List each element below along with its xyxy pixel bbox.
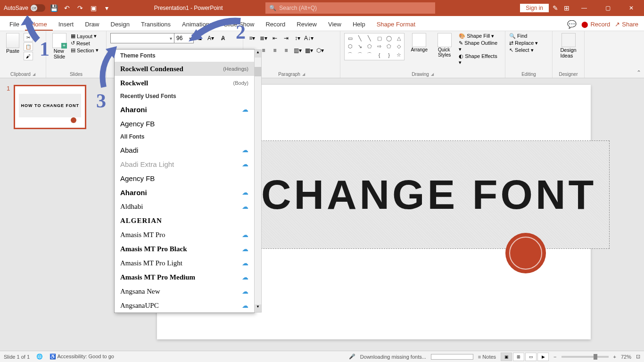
font-item-agency-fb-recent[interactable]: Agency FB [115, 116, 254, 131]
search-box[interactable]: 🔍 [265, 2, 435, 14]
redo-icon[interactable]: ↷ [75, 3, 85, 13]
paste-button[interactable]: Paste [4, 33, 22, 60]
size-dropdown-arrow-icon[interactable]: ▾ [189, 36, 191, 41]
shapes-gallery[interactable]: ▭╲╲▢◯△ ⬡↘⬠⇨⬠◇ ⌒⌒⌒{}☆ [344, 33, 405, 60]
tab-view[interactable]: View [322, 18, 347, 31]
align-text-button[interactable]: ▦▾ [304, 45, 314, 56]
font-item-agency-fb[interactable]: Agency FB [115, 171, 254, 185]
record-button[interactable]: ⬤Record [581, 21, 610, 28]
font-item-abadi-extra-light[interactable]: Abadi Extra Light☁ [115, 157, 254, 171]
font-item-amasis-light[interactable]: Amasis MT Pro Light☁ [115, 256, 254, 270]
tab-draw[interactable]: Draw [79, 18, 105, 31]
collapse-ribbon-icon[interactable]: ⌃ [636, 69, 641, 76]
shape-outline-button[interactable]: ✎ Shape Outline ▾ [459, 40, 501, 52]
justify-button[interactable]: ≡ [281, 45, 291, 56]
comments-icon[interactable]: 💬 [567, 20, 577, 29]
numbering-button[interactable]: ≣▾ [258, 33, 269, 43]
tab-insert[interactable]: Insert [53, 18, 80, 31]
decrease-indent-button[interactable]: ⇤ [270, 33, 280, 43]
tab-review[interactable]: Review [291, 18, 322, 31]
font-item-algerian[interactable]: ALGERIAN [115, 214, 254, 228]
clipboard-launcher-icon[interactable]: ◢ [33, 72, 35, 76]
minimize-button[interactable]: — [573, 0, 595, 16]
increase-font-button[interactable]: A▴ [193, 33, 204, 43]
dropdown-scrollbar[interactable]: ▲ ▼ [254, 49, 262, 313]
tab-file[interactable]: File [4, 18, 25, 31]
zoom-slider[interactable] [561, 356, 609, 358]
replace-button[interactable]: ⇄ Replace ▾ [509, 40, 548, 46]
text-direction-button[interactable]: A↓▾ [304, 33, 314, 43]
font-item-rockwell-condensed[interactable]: Rockwell Condensed (Headings) [115, 62, 254, 76]
columns-button[interactable]: ▥▾ [292, 45, 303, 56]
tab-design[interactable]: Design [105, 18, 135, 31]
font-item-angsana-new[interactable]: Angsana New☁ [115, 284, 254, 298]
font-item-rockwell[interactable]: Rockwell (Body) [115, 76, 254, 90]
shape-effects-button[interactable]: ◐ Shape Effects ▾ [459, 53, 501, 66]
arrange-button[interactable]: Arrange [408, 33, 429, 52]
reset-button[interactable]: ↺ Reset [71, 40, 99, 46]
tab-help[interactable]: Help [347, 18, 371, 31]
zoom-out-button[interactable]: − [553, 354, 556, 360]
language-icon[interactable]: 🌐 [36, 354, 43, 360]
scroll-up-icon[interactable]: ▲ [255, 50, 261, 58]
design-ideas-button[interactable]: Design Ideas [556, 33, 580, 58]
reading-view-button[interactable]: ▭ [525, 353, 537, 361]
sorter-view-button[interactable]: ⊞ [513, 353, 524, 361]
font-item-amasis-black[interactable]: Amasis MT Pro Black☁ [115, 242, 254, 256]
font-item-amasis-medium[interactable]: Amasis MT Pro Medium☁ [115, 270, 254, 284]
zoom-in-button[interactable]: + [613, 354, 616, 360]
seal-shape[interactable] [505, 233, 546, 273]
dictate-icon[interactable]: 🎤 [349, 354, 355, 360]
maximize-button[interactable]: ▢ [597, 0, 619, 16]
font-item-aharoni-recent[interactable]: Aharoni ☁ [115, 102, 254, 116]
new-slide-button[interactable]: New Slide [50, 33, 69, 59]
font-item-aharoni[interactable]: Aharoni☁ [115, 185, 254, 199]
notes-button[interactable]: ≡ Notes [478, 354, 496, 360]
slideshow-view-button[interactable]: ▶ [537, 353, 549, 361]
drawing-launcher-icon[interactable]: ◢ [431, 72, 434, 76]
select-button[interactable]: ↖ Select ▾ [509, 47, 548, 53]
zoom-level[interactable]: 72% [621, 354, 631, 360]
cut-button[interactable]: ✂ [24, 33, 33, 41]
slide-thumbnail[interactable]: HOW TO CHANGE FONT [14, 85, 86, 129]
present-icon[interactable]: ▣ [89, 3, 98, 13]
search-input[interactable] [279, 5, 431, 11]
font-item-abadi[interactable]: Abadi☁ [115, 143, 254, 157]
tab-animations[interactable]: Animations [176, 18, 218, 31]
decrease-font-button[interactable]: A▾ [206, 33, 216, 43]
font-item-amasis-pro[interactable]: Amasis MT Pro☁ [115, 228, 254, 242]
find-button[interactable]: 🔍 Find [509, 33, 548, 39]
pen-icon[interactable]: ✎ [551, 3, 560, 13]
line-spacing-button[interactable]: ↕▾ [292, 33, 303, 43]
scroll-thumb[interactable] [255, 67, 261, 76]
quick-styles-button[interactable]: Quick Styles [434, 33, 455, 58]
scroll-down-icon[interactable]: ▼ [255, 304, 261, 312]
font-item-angsana-upc[interactable]: AngsanaUPC☁ [115, 298, 254, 313]
paragraph-launcher-icon[interactable]: ◢ [302, 72, 305, 76]
normal-view-button[interactable]: ▣ [501, 353, 512, 361]
font-name-combo[interactable] [110, 33, 176, 43]
align-right-button[interactable]: ≡ [270, 45, 280, 56]
tab-record[interactable]: Record [260, 18, 291, 31]
format-painter-button[interactable]: 🖌 [24, 52, 33, 60]
slide-counter[interactable]: Slide 1 of 1 [4, 354, 30, 360]
accessibility-status[interactable]: ♿ Accessibility: Good to go [50, 354, 114, 360]
share-button[interactable]: ↗Share [615, 21, 638, 28]
increase-indent-button[interactable]: ⇥ [281, 33, 291, 43]
tab-shapeformat[interactable]: Shape Format [371, 18, 421, 31]
clear-format-button[interactable]: A̷ [218, 33, 228, 43]
save-icon[interactable]: 💾 [49, 3, 58, 13]
fit-to-window-button[interactable]: ⊡ [636, 354, 640, 360]
qat-more-icon[interactable]: ▾ [102, 3, 111, 13]
font-item-aldhabi[interactable]: Aldhabi☁ [115, 199, 254, 214]
close-button[interactable]: ✕ [620, 0, 642, 16]
undo-icon[interactable]: ↶ [62, 3, 72, 13]
layout-button[interactable]: ▦ Layout ▾ [71, 33, 99, 39]
tab-transitions[interactable]: Transitions [135, 18, 176, 31]
smartart-button[interactable]: ⬡▾ [315, 45, 325, 56]
autosave-toggle[interactable]: AutoSave Off [4, 4, 45, 12]
shape-fill-button[interactable]: 🎨 Shape Fill ▾ [459, 33, 501, 39]
tab-home[interactable]: Home [25, 18, 53, 31]
display-icon[interactable]: ⊞ [562, 3, 571, 13]
font-dropdown-arrow-icon[interactable]: ▾ [170, 36, 172, 41]
